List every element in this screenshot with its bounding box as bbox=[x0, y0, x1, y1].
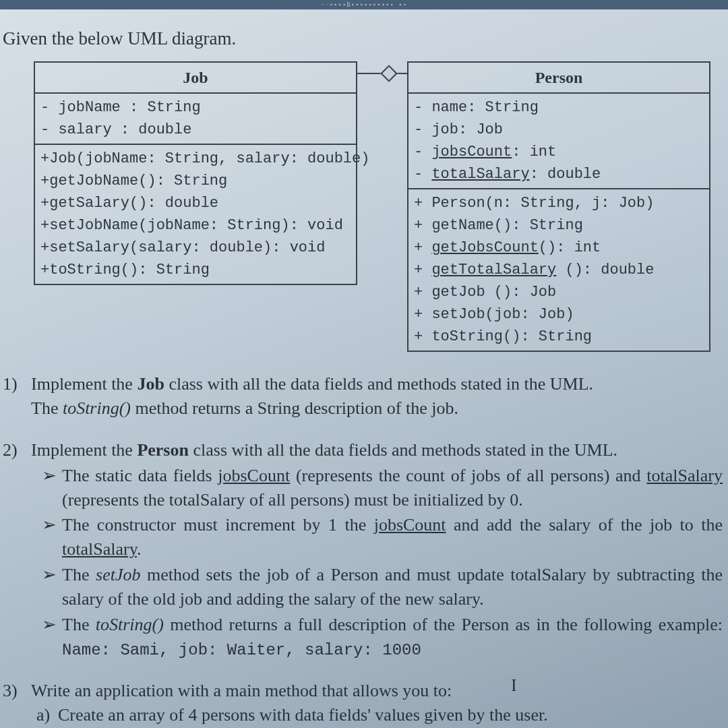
question-1: 1) Implement the Job class with all the … bbox=[3, 372, 723, 421]
uml-attr: - jobName : String bbox=[40, 96, 351, 119]
uml-attr: - salary : double bbox=[40, 119, 351, 141]
uml-attr: - name: String bbox=[414, 96, 704, 119]
uml-person-title: Person bbox=[408, 63, 709, 94]
uml-class-person: Person - name: String - job: Job - jobsC… bbox=[407, 61, 710, 352]
q2-bullet-4: ➢ The toString() method returns a full d… bbox=[3, 613, 723, 661]
q3-intro: Write an application with a main method … bbox=[31, 679, 723, 703]
q2-bullet-1: ➢ The static data fields jobsCount (repr… bbox=[3, 464, 723, 512]
uml-diagram: Job - jobName : String - salary : double… bbox=[34, 61, 723, 352]
uml-method: +setSalary(salary: double): void bbox=[40, 237, 351, 259]
uml-method: + getName(): String bbox=[414, 214, 704, 237]
questions-block: 1) Implement the Job class with all the … bbox=[3, 372, 723, 728]
uml-attr: - job: Job bbox=[414, 119, 704, 141]
uml-method: + setJob(job: Job) bbox=[414, 303, 704, 326]
question-2: 2) Implement the Person class with all t… bbox=[3, 438, 723, 661]
uml-attr: - jobsCount: int bbox=[414, 141, 704, 163]
window-titlebar: ··∙∙∙∙B∙∙∙∙∙∙∙∙∙∙ ∙∙ bbox=[0, 0, 728, 9]
uml-method: + getJob (): Job bbox=[414, 281, 704, 303]
bullet-arrow-icon: ➢ bbox=[42, 563, 62, 611]
uml-person-attributes: - name: String - job: Job - jobsCount: i… bbox=[408, 94, 709, 188]
aggregation-diamond-icon bbox=[380, 65, 397, 82]
uml-attr: - totalSalary: double bbox=[414, 163, 704, 185]
bullet-arrow-icon: ➢ bbox=[42, 464, 62, 512]
uml-method: +setJobName(jobName: String): void bbox=[40, 214, 351, 237]
bullet-arrow-icon: ➢ bbox=[42, 513, 62, 562]
bullet-arrow-icon: ➢ bbox=[42, 613, 62, 661]
uml-person-methods: + Person(n: String, j: Job) + getName():… bbox=[408, 188, 709, 351]
uml-aggregation-connector bbox=[357, 61, 407, 86]
question-3: 3) Write an application with a main meth… bbox=[3, 679, 723, 728]
uml-method: + getJobsCount(): int bbox=[414, 237, 704, 259]
q1-text: Implement the Job class with all the dat… bbox=[31, 372, 723, 421]
q2-bullet-3: ➢ The setJob method sets the job of a Pe… bbox=[3, 563, 723, 611]
uml-job-attributes: - jobName : String - salary : double bbox=[35, 94, 356, 144]
uml-method: + getTotalSalary (): double bbox=[414, 259, 704, 281]
text-cursor-icon: I bbox=[511, 675, 517, 696]
uml-method: + toString(): String bbox=[414, 326, 704, 348]
uml-class-job: Job - jobName : String - salary : double… bbox=[34, 61, 357, 285]
uml-method: + Person(n: String, j: Job) bbox=[414, 192, 704, 214]
q2-bullet-2: ➢ The constructor must increment by 1 th… bbox=[3, 513, 723, 562]
uml-job-title: Job bbox=[35, 63, 356, 94]
titlebar-text: ··∙∙∙∙B∙∙∙∙∙∙∙∙∙∙ ∙∙ bbox=[321, 1, 407, 8]
page-content: Given the below UML diagram. Job - jobNa… bbox=[0, 9, 728, 728]
q1-number: 1) bbox=[3, 372, 31, 421]
uml-method: +toString(): String bbox=[40, 259, 351, 281]
q3-number: 3) bbox=[3, 679, 31, 703]
uml-method: +getSalary(): double bbox=[40, 192, 351, 214]
uml-job-methods: +Job(jobName: String, salary: double) +g… bbox=[35, 144, 356, 284]
uml-method: +getJobName(): String bbox=[40, 170, 351, 192]
uml-method: +Job(jobName: String, salary: double) bbox=[40, 148, 351, 170]
q3-sub-a: a) Create an array of 4 persons with dat… bbox=[3, 703, 723, 727]
q2-intro: Implement the Person class with all the … bbox=[31, 438, 723, 462]
prompt-heading: Given the below UML diagram. bbox=[3, 28, 723, 49]
q2-number: 2) bbox=[3, 438, 31, 462]
